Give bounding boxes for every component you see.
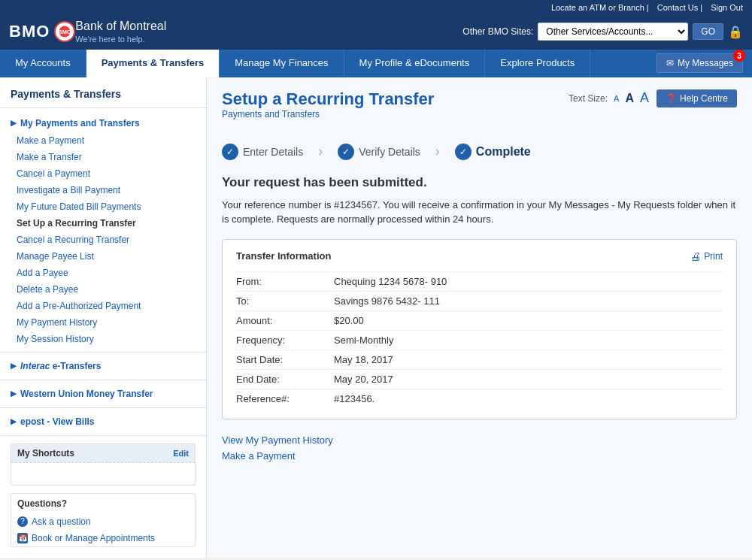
confirm-text: Your reference number is #1234567. You w… [222,198,737,227]
bank-name-area: Bank of Montreal We're here to help. [75,20,166,44]
amount-value: $20.00 [334,315,364,326]
header-right: Other BMO Sites: Other Services/Accounts… [462,23,743,41]
sign-out-link[interactable]: Sign Out [711,3,743,12]
tagline: We're here to help. [75,35,166,44]
sidebar-item-setup-recurring[interactable]: Set Up a Recurring Transfer [0,215,206,232]
sidebar-section-payments-header[interactable]: ▶ My Payments and Transfers [0,114,206,132]
printer-icon: 🖨 [690,250,701,262]
messages-button[interactable]: 3 ✉ My Messages [656,53,743,73]
from-label: From: [236,276,334,287]
header: BMO BMO Bank of Montreal We're here to h… [0,15,752,50]
arrow-icon-epost: ▶ [11,417,17,425]
end-date-value: May 20, 2017 [334,374,393,385]
ask-question-label: Ask a question [32,516,91,527]
bmo-logo-text: BMO [9,22,50,41]
reference-value: #123456. [334,393,374,404]
nav-tabs: My Accounts Payments & Transfers Manage … [0,50,752,77]
help-centre-button[interactable]: ❓ Help Centre [656,89,737,107]
sidebar-item-session-history[interactable]: My Session History [0,331,206,347]
view-payment-history-link[interactable]: View My Payment History [222,434,737,446]
ask-question-link[interactable]: ? Ask a question [11,513,195,530]
step-complete: ✓ Complete [455,144,531,160]
content-area: Setup a Recurring Transfer Payments and … [207,77,752,558]
steps-indicator: ✓ Enter Details › ✓ Verify Details › ✓ C… [222,144,737,160]
shortcuts-header: My Shortcuts Edit [11,444,195,462]
other-sites-label: Other BMO Sites: [462,26,533,37]
step-circle-verify: ✓ [338,144,354,160]
text-size-area: Text Size: A A A [569,90,649,106]
step-enter-details: ✓ Enter Details [222,144,303,160]
confirm-title: Your request has been submitted. [222,175,737,190]
other-sites-select[interactable]: Other Services/Accounts... [538,23,688,41]
sidebar-section-epost: ▶ epost - View Bills [0,413,206,431]
question-icon: ? [17,516,28,527]
end-date-label: End Date: [236,374,334,385]
sidebar-item-investigate-bill[interactable]: Investigate a Bill Payment [0,182,206,198]
action-links: View My Payment History Make a Payment [222,434,737,462]
tab-profile-edocuments[interactable]: My Profile & eDocuments [344,50,486,77]
breadcrumb-link[interactable]: Payments and Transfers [222,109,320,120]
step-circle-complete: ✓ [455,144,472,160]
tab-manage-finances[interactable]: Manage My Finances [220,50,344,77]
bmo-logo-icon: BMO [54,21,75,42]
messages-label: My Messages [678,58,733,68]
step-circle-enter: ✓ [222,144,238,160]
bank-name: Bank of Montreal [75,20,166,33]
contact-us-link[interactable]: Contact Us [657,3,698,12]
start-date-value: May 18, 2017 [334,354,393,365]
tab-explore-products[interactable]: Explore Products [485,50,590,77]
locate-atm-link[interactable]: Locate an ATM or Branch [551,3,644,12]
shortcuts-body [11,462,195,485]
arrow-icon-interac: ▶ [11,362,17,370]
sidebar-payments-label: My Payments and Transfers [20,118,140,129]
text-size-small[interactable]: A [614,94,619,103]
sidebar-section-wu-header[interactable]: ▶ Western Union Money Transfer [0,385,206,403]
tab-payments-transfers[interactable]: Payments & Transfers [86,50,220,77]
sidebar-item-cancel-recurring[interactable]: Cancel a Recurring Transfer [0,232,206,248]
to-value: Savings 9876 5432- 111 [334,295,440,307]
page-title: Setup a Recurring Transfer Payments and … [222,89,434,132]
step-label-complete: Complete [476,145,531,159]
other-sites: Other BMO Sites: Other Services/Accounts… [462,23,743,41]
content-header: Setup a Recurring Transfer Payments and … [222,89,737,132]
sidebar-item-make-payment[interactable]: Make a Payment [0,132,206,149]
sidebar-wu-label: Western Union Money Transfer [20,389,153,399]
info-row-end-date: End Date: May 20, 2017 [236,369,723,389]
make-payment-link[interactable]: Make a Payment [222,450,737,462]
sidebar-item-future-dated[interactable]: My Future Dated Bill Payments [0,198,206,215]
sidebar-item-cancel-payment[interactable]: Cancel a Payment [0,165,206,182]
breadcrumb: Payments and Transfers [222,109,434,120]
from-value: Chequing 1234 5678- 910 [334,276,447,287]
shortcuts-edit-link[interactable]: Edit [173,449,189,458]
amount-label: Amount: [236,315,334,326]
sidebar-item-manage-payee[interactable]: Manage Payee List [0,248,206,265]
transfer-card-header: Transfer Information 🖨 Print [236,250,723,262]
arrow-icon: ▶ [11,119,17,127]
sidebar-item-payment-history[interactable]: My Payment History [0,314,206,331]
svg-text:BMO: BMO [59,29,72,35]
step-label-verify: Verify Details [359,146,420,158]
go-button[interactable]: GO [693,23,723,40]
sidebar-section-interac: ▶ Interac e-Transfers [0,357,206,375]
text-size-label: Text Size: [569,93,608,104]
print-button[interactable]: 🖨 Print [690,250,723,262]
sidebar-section-payments: ▶ My Payments and Transfers Make a Payme… [0,114,206,347]
sidebar-item-add-payee[interactable]: Add a Payee [0,265,206,281]
frequency-label: Frequency: [236,334,334,346]
text-size-medium[interactable]: A [625,92,634,105]
print-label: Print [704,251,723,262]
info-row-to: To: Savings 9876 5432- 111 [236,291,723,310]
sidebar-item-pre-authorized[interactable]: Add a Pre-Authorized Payment [0,298,206,314]
info-row-from: From: Chequing 1234 5678- 910 [236,271,723,291]
text-size-large[interactable]: A [640,90,649,106]
main-layout: Payments & Transfers ▶ My Payments and T… [0,77,752,558]
sidebar-item-delete-payee[interactable]: Delete a Payee [0,281,206,298]
info-row-amount: Amount: $20.00 [236,310,723,330]
tab-my-accounts[interactable]: My Accounts [0,50,86,77]
book-appointment-link[interactable]: 📅 Book or Manage Appointments [11,530,195,546]
sidebar-section-interac-header[interactable]: ▶ Interac e-Transfers [0,357,206,375]
calendar-icon: 📅 [17,533,28,543]
sidebar-item-make-transfer[interactable]: Make a Transfer [0,149,206,165]
sidebar-section-epost-header[interactable]: ▶ epost - View Bills [0,413,206,431]
info-row-start-date: Start Date: May 18, 2017 [236,350,723,369]
